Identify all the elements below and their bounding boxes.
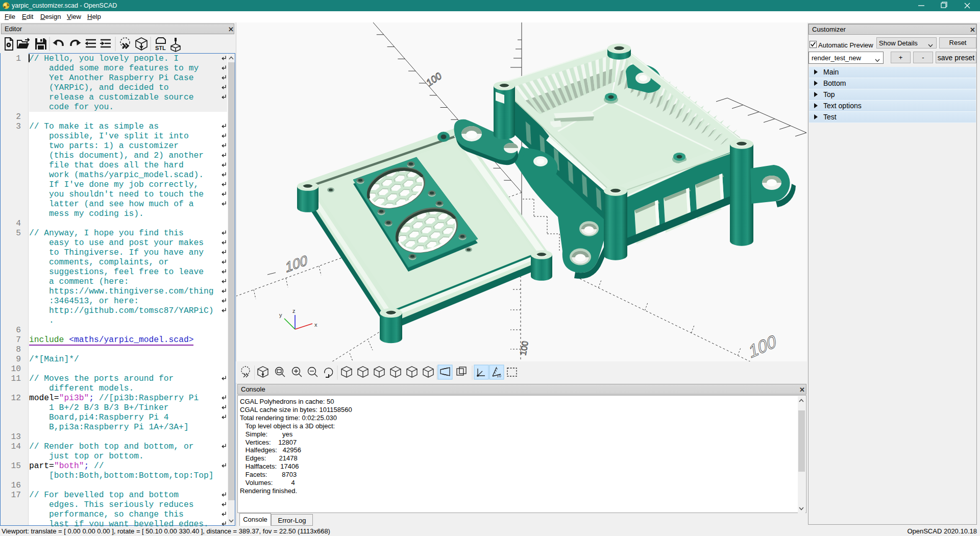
svg-text:STL: STL bbox=[155, 45, 166, 51]
svg-text:z: z bbox=[292, 308, 296, 314]
svg-text:x: x bbox=[314, 322, 317, 328]
svg-text:10: 10 bbox=[497, 374, 501, 378]
svg-text:y: y bbox=[279, 312, 282, 318]
